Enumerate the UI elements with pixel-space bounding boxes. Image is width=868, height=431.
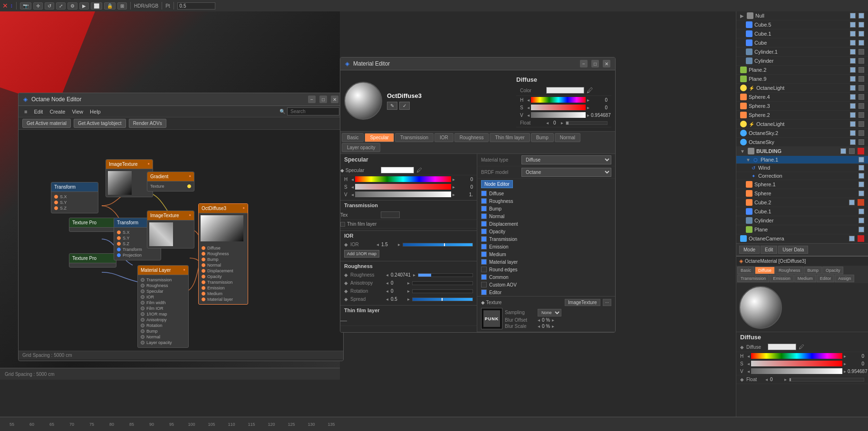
roughness-slider[interactable] bbox=[418, 273, 473, 277]
chk-round-edges[interactable] bbox=[481, 267, 487, 272]
outliner-item-cylinder1[interactable]: Cylinder.1 bbox=[736, 48, 868, 57]
float-slider[interactable] bbox=[566, 121, 608, 125]
chk-normal[interactable] bbox=[481, 213, 487, 219]
blur-offset-dec[interactable]: ◂ bbox=[538, 317, 540, 323]
oct-h-slider[interactable] bbox=[751, 353, 842, 359]
node-editor-minimize[interactable]: − bbox=[308, 96, 316, 103]
oct-tab-basic[interactable]: Basic bbox=[737, 267, 754, 274]
outliner-item-sphere1[interactable]: Sphere.1 bbox=[736, 180, 868, 189]
octanelight1-check[interactable] bbox=[850, 85, 856, 91]
outliner-item-octanesky2[interactable]: OctaneSky.2 bbox=[736, 129, 868, 138]
cube2-check[interactable] bbox=[849, 200, 855, 205]
oct-float-inc[interactable]: ▸ bbox=[784, 377, 787, 382]
cylinderb-check[interactable] bbox=[858, 218, 864, 223]
outliner-item-cube1[interactable]: Cube.1 bbox=[736, 29, 868, 38]
outliner-item-cylinder[interactable]: Cylinder bbox=[736, 57, 868, 66]
octanesky2-check[interactable] bbox=[850, 130, 856, 136]
outliner-item-null[interactable]: ▶ Null bbox=[736, 11, 868, 20]
thin-film-checkbox[interactable] bbox=[340, 222, 345, 227]
plane2-check2[interactable] bbox=[858, 67, 864, 73]
oct-tab-medium[interactable]: Medium bbox=[794, 275, 816, 282]
outliner-item-plane9[interactable]: Plane.9 bbox=[736, 75, 868, 84]
chk-diffuse[interactable] bbox=[481, 191, 487, 196]
rot-inc[interactable]: ▸ bbox=[407, 288, 410, 294]
spec-h-slider[interactable] bbox=[355, 176, 451, 182]
outliner-item-plane2[interactable]: Plane.2 bbox=[736, 66, 868, 75]
get-active-material-btn[interactable]: Get Active material bbox=[22, 119, 71, 128]
node-menu-view[interactable]: View bbox=[70, 108, 85, 115]
mode-btn[interactable]: Mode bbox=[739, 246, 760, 254]
cylinder1-check2[interactable] bbox=[858, 49, 864, 55]
rot-dec[interactable]: ◂ bbox=[386, 288, 388, 294]
tab-bump[interactable]: Bump bbox=[531, 133, 554, 142]
s-decrement[interactable]: ◂ bbox=[527, 105, 530, 110]
toolbar-btn-camera[interactable]: 📷 bbox=[20, 2, 31, 10]
spec-s-slider[interactable] bbox=[355, 184, 451, 190]
toolbar-btn-frame[interactable]: ⬜ bbox=[91, 2, 102, 10]
tab-basic[interactable]: Basic bbox=[342, 133, 364, 142]
h-decrement[interactable]: ◂ bbox=[527, 97, 530, 103]
brdf-select[interactable]: Octane bbox=[521, 168, 611, 177]
node-menu-hamburger[interactable]: ≡ bbox=[22, 108, 29, 115]
tab-normal[interactable]: Normal bbox=[555, 133, 580, 142]
node-editor-btn[interactable]: Node Editor bbox=[481, 180, 513, 188]
outliner-item-octanecamera[interactable]: OctaneCamera bbox=[736, 234, 868, 243]
chk-displacement[interactable] bbox=[481, 221, 487, 227]
oct-tab-opacity[interactable]: Opacity bbox=[822, 267, 844, 274]
add-ior-btn[interactable]: Add 1/IOR map bbox=[344, 250, 379, 258]
chk-common[interactable] bbox=[481, 274, 487, 280]
node-texturepro2[interactable]: Texture Pro bbox=[69, 253, 116, 268]
outliner-item-sphere3[interactable]: Sphere.3 bbox=[736, 102, 868, 111]
diffuse-color-swatch[interactable] bbox=[546, 87, 584, 94]
ior-dec[interactable]: ◂ bbox=[376, 242, 379, 247]
outliner-item-sphere[interactable]: Sphere bbox=[736, 189, 868, 198]
plane1-check[interactable] bbox=[858, 157, 864, 163]
correction-check[interactable] bbox=[858, 173, 864, 179]
edit-btn[interactable]: Edit bbox=[761, 246, 777, 254]
node-imagetexture1[interactable]: ImageTexture● bbox=[106, 159, 153, 197]
spec-s-inc[interactable]: ▸ bbox=[453, 184, 455, 190]
tab-roughness[interactable]: Roughness bbox=[454, 133, 489, 142]
ior-inc[interactable]: ▸ bbox=[398, 242, 400, 247]
octanelight2-check[interactable] bbox=[850, 121, 856, 127]
node-canvas[interactable]: Transform S.X S.Y S.Z Texture Pro Textur… bbox=[19, 130, 343, 359]
user-data-btn[interactable]: User Data bbox=[778, 246, 808, 254]
cube5-check2[interactable] bbox=[858, 22, 864, 28]
node-gradient[interactable]: Gradient● Texture bbox=[147, 172, 194, 192]
sphere2-check2[interactable] bbox=[858, 112, 864, 118]
node-menu-create[interactable]: Create bbox=[48, 108, 67, 115]
oct-v-slider[interactable] bbox=[751, 368, 842, 374]
cylinder-check[interactable] bbox=[850, 58, 856, 64]
mat-confirm-btn[interactable]: ✓ bbox=[399, 102, 410, 110]
node-editor-close[interactable]: ✕ bbox=[331, 96, 338, 103]
search-input[interactable] bbox=[287, 107, 339, 115]
spec-v-slider[interactable] bbox=[355, 192, 451, 197]
octanesky-check2[interactable] bbox=[858, 139, 864, 145]
oct-s-dec[interactable]: ◂ bbox=[747, 361, 750, 366]
spread-dec[interactable]: ◂ bbox=[386, 297, 388, 302]
outliner-item-cube5[interactable]: Cube.5 bbox=[736, 20, 868, 29]
tab-transmission[interactable]: Transmission bbox=[395, 133, 434, 142]
cube1b-check[interactable] bbox=[858, 209, 864, 214]
mat-editor-maximize[interactable]: □ bbox=[591, 60, 599, 67]
chk-custom-aov[interactable] bbox=[481, 282, 487, 287]
h-increment[interactable]: ▸ bbox=[587, 97, 589, 103]
aniso-inc[interactable]: ▸ bbox=[407, 280, 410, 286]
node-materiallayer[interactable]: Material Layer● Transmission Roughness S… bbox=[137, 265, 189, 348]
outliner-item-octanesky[interactable]: OctaneSky bbox=[736, 138, 868, 147]
outliner-item-sphere2[interactable]: Sphere.2 bbox=[736, 111, 868, 120]
sphere3-check[interactable] bbox=[850, 103, 856, 109]
outliner-item-cube2[interactable]: Cube.2 bbox=[736, 198, 868, 207]
oct-float-dec[interactable]: ◂ bbox=[765, 377, 768, 382]
sphere3-check2[interactable] bbox=[858, 103, 864, 109]
outliner-item-planeb[interactable]: Plane bbox=[736, 225, 868, 234]
octanecamera-check[interactable] bbox=[849, 236, 855, 241]
oct-tab-bump[interactable]: Bump bbox=[804, 267, 822, 274]
h-slider[interactable] bbox=[531, 97, 586, 103]
tex-swatch[interactable] bbox=[381, 211, 400, 218]
aniso-slider[interactable] bbox=[412, 281, 473, 285]
outliner-item-wind[interactable]: ↺ Wind bbox=[736, 164, 868, 172]
oct-color-swatch[interactable] bbox=[768, 344, 796, 350]
ior-slider[interactable] bbox=[403, 243, 473, 247]
chk-editor[interactable] bbox=[481, 289, 487, 295]
